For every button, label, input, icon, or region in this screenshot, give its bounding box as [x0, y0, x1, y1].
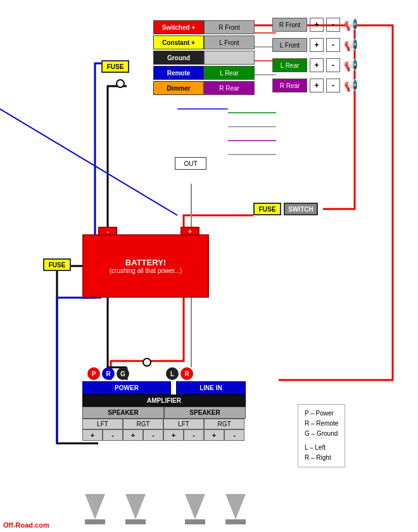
amp-dot-l: L [166, 367, 179, 380]
spk-rrear-minus: - [326, 79, 340, 92]
speaker-rrear: R Rear + - 📢 [272, 79, 358, 92]
amp-pm-6: - [184, 429, 204, 441]
spk-rrear-plus: + [310, 79, 324, 92]
spk-rfront-minus: - [326, 18, 340, 32]
legend-line-1: P – Power [305, 408, 338, 419]
hu-row-constant: Constant + L Front [153, 35, 255, 49]
battery-subtitle: (crushing all that power...) [110, 267, 182, 274]
amp-lft2: LFT [163, 419, 204, 429]
amp-power-label: POWER [82, 381, 171, 395]
speaker-lrear: L Rear + - 📢 [272, 58, 358, 72]
hu-row-remote: Remote L Rear [153, 66, 255, 80]
amp-pm-4: - [143, 429, 163, 441]
fuse-switch-area: FUSE SWITCH [253, 203, 318, 215]
spk-lrear-minus: - [326, 58, 340, 72]
amp-spk-right-label: SPEAKER [164, 407, 246, 419]
legend-line-3: G – Ground [305, 429, 338, 439]
hu-remote-label: Remote [153, 66, 204, 80]
watermark-text: Off-Road.com [3, 521, 49, 529]
hu-lrear-connector: L Rear [204, 66, 255, 80]
amp-dot-r2: R [180, 367, 193, 380]
amplifier-area: P R G L R POWER LINE IN AMPLIFIER SPEAKE… [82, 367, 279, 441]
spk-cone-4 [223, 494, 248, 526]
legend: P – Power R – Remote G – Ground L – Left… [298, 404, 345, 467]
spk-rfront-plus: + [310, 18, 324, 32]
hu-ground-connector [204, 51, 255, 65]
amp-lft1: LFT [82, 419, 123, 429]
amp-lft-rgt-row: LFT RGT LFT RGT [82, 419, 279, 429]
fuse-topleft: FUSE [101, 60, 129, 73]
legend-line-4: L – Left [305, 443, 338, 453]
hu-constant-label: Constant + [153, 35, 204, 49]
spk-cone-3 [182, 494, 208, 526]
battery-title: BATTERY! [125, 258, 166, 267]
ground-circle-headunit [116, 79, 125, 88]
diagram: FUSE Switched + R Front Constant + L Fro… [0, 0, 418, 532]
switch-box: SWITCH [284, 203, 318, 215]
amp-linein-label: LINE IN [176, 381, 246, 395]
hu-ground-label: Ground [153, 51, 204, 65]
hu-row-dimmer: Dimmer R Rear [153, 81, 255, 95]
spk-lfront-label: L Front [272, 38, 307, 52]
hu-row-switched: Switched + R Front [153, 20, 255, 34]
amp-pm-2: - [103, 429, 123, 441]
amp-pm-3: + [123, 429, 143, 441]
amp-speaker-row: SPEAKER SPEAKER [82, 407, 279, 419]
amp-dot-r: R [102, 367, 115, 380]
amp-pm-8: - [224, 429, 244, 441]
amp-main-label: AMPLIFIER [82, 395, 246, 407]
amp-rgt2: RGT [204, 419, 244, 429]
hu-dimmer-label: Dimmer [153, 81, 204, 95]
amp-pm-7: + [204, 429, 224, 441]
speakers-area: R Front + - 📢 L Front + - 📢 L Rear + - 📢… [272, 18, 358, 99]
speaker-lrear-icon: 📢 [344, 58, 358, 72]
amp-pm-row: + - + - + - + - [82, 429, 279, 441]
speaker-rfront: R Front + - 📢 [272, 18, 358, 32]
amp-pm-1: + [82, 429, 103, 441]
hu-rrear-connector: R Rear [204, 81, 255, 95]
battery: BATTERY! (crushing all that power...) [82, 234, 209, 298]
fuse-leftmid: FUSE [43, 258, 71, 271]
speaker-rfront-icon: 📢 [344, 18, 358, 32]
spk-lrear-label: L Rear [272, 58, 307, 72]
spk-rfront-label: R Front [272, 18, 307, 32]
spk-cone-1 [82, 494, 108, 526]
hu-rfront-connector: R Front [204, 20, 255, 34]
head-unit: Switched + R Front Constant + L Front Gr… [153, 20, 255, 96]
svg-line-8 [0, 109, 177, 215]
legend-line-2: R – Remote [305, 419, 338, 429]
amp-dot-p: P [87, 367, 100, 380]
amp-dot-g: G [117, 367, 129, 380]
speaker-lfront: L Front + - 📢 [272, 38, 358, 52]
ground-circle-amp [142, 358, 151, 367]
hu-row-ground: Ground [153, 51, 255, 65]
spk-rrear-label: R Rear [272, 79, 307, 92]
spk-cone-2 [123, 494, 148, 526]
amp-spk-left-label: SPEAKER [82, 407, 164, 419]
speaker-cones [82, 494, 248, 526]
spk-lfront-plus: + [310, 38, 324, 52]
speaker-lfront-icon: 📢 [344, 38, 358, 52]
amp-rgt1: RGT [123, 419, 163, 429]
spk-lrear-plus: + [310, 58, 324, 72]
out-label: OUT [175, 157, 206, 170]
fuse-midright: FUSE [253, 203, 281, 215]
amp-pm-5: + [163, 429, 184, 441]
hu-switched-label: Switched + [153, 20, 204, 34]
hu-lfront-connector: L Front [204, 35, 255, 49]
legend-line-5: R – Right [305, 453, 338, 463]
speaker-rrear-icon: 📢 [344, 79, 358, 92]
watermark: Off-Road.com [3, 521, 49, 529]
spk-lfront-minus: - [326, 38, 340, 52]
